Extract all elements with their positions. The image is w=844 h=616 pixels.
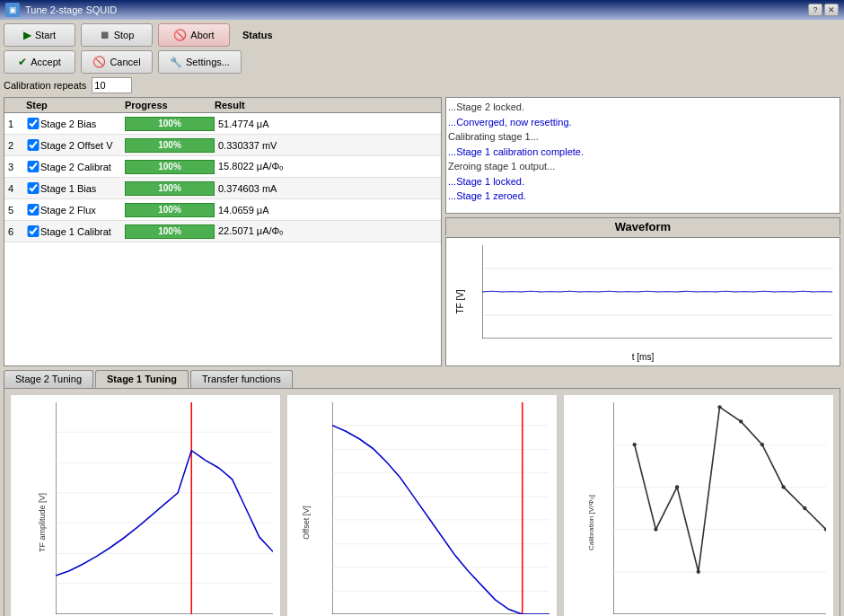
svg-point-78 [654,527,657,531]
svg-point-85 [803,506,806,510]
row-checkbox[interactable] [26,139,40,151]
step-table: Step Progress Result 1 Stage 2 Bias 100%… [4,97,442,366]
chart1-y-label: TF amplitude [V] [38,493,47,552]
col-result-header: Result [215,100,437,110]
row-result: 0.374603 mA [218,183,437,194]
row-num: 4 [8,183,26,194]
waveform-y-label: TF [V] [455,289,465,313]
stop-button[interactable]: ⏹ Stop [81,23,153,47]
main-window: ▶ Start ⏹ Stop 🚫 Abort Status ✔ Accept 🚫… [0,20,844,616]
svg-point-79 [675,485,679,488]
charts-row: TF amplitude [V] Stage 1 bias [mA] [10,394,834,616]
status-item: ...Stage 2 locked. [448,100,838,115]
table-row: 3 Stage 2 Calibrat 100% 15.8022 μA/Φ₀ [4,156,441,178]
progress-bar: 100% [125,160,215,174]
window-title: Tune 2-stage SQUID [25,4,117,15]
row-step: Stage 2 Offset V [40,140,125,151]
calibration-row: Calibration repeats [4,77,840,93]
chart-stage2-flux: Offset [V] Stage 2 flux [μA] [286,394,558,616]
tab-transfer-functions[interactable]: Transfer functions [190,370,293,388]
settings-icon: 🔧 [170,57,182,68]
chart2-svg: 0.2 0 -0.2 -0.4 -0.6 -0.8 -1.0 -1.2 -1.4… [332,402,549,614]
col-progress-header: Progress [125,100,215,110]
row-num: 6 [8,226,26,237]
tab-stage-1-tuning[interactable]: Stage 1 Tuning [95,370,189,388]
progress-text: 100% [158,162,181,172]
chart3-inner: 2.2509 2.2508 2.2507 2.2506 2.2505 2.250… [613,402,826,614]
progress-text: 100% [158,205,181,215]
status-item: ...Stage 1 zeroed. [448,189,838,204]
col-num-header [8,100,26,110]
row-checkbox[interactable] [26,204,40,216]
progress-bar: 100% [125,203,215,217]
row-num: 2 [8,140,26,151]
left-panel: Step Progress Result 1 Stage 2 Bias 100%… [4,97,442,366]
svg-point-80 [697,570,700,574]
check-icon: ✔ [18,56,27,68]
table-row: 4 Stage 1 Bias 100% 0.374603 mA [4,178,441,199]
progress-bar: 100% [125,181,215,196]
row-checkbox[interactable] [26,225,40,237]
chart2-y-label: Offset [V] [302,506,311,539]
progress-text: 100% [158,119,181,128]
table-header: Step Progress Result [4,98,441,113]
toolbar-row2: ✔ Accept 🚫 Cancel 🔧 Settings... [4,50,840,74]
close-button[interactable]: ✕ [824,4,839,16]
status-item: ...Stage 1 calibration complete. [448,145,838,160]
svg-point-77 [633,443,637,446]
calibration-label: Calibration repeats [4,80,86,91]
tab-stage-2-tuning[interactable]: Stage 2 Tuning [4,370,93,388]
svg-point-83 [760,443,764,446]
row-step: Stage 2 Flux [40,205,125,216]
row-num: 5 [8,205,26,216]
play-icon: ▶ [23,29,31,41]
chart-stage1-tuning: TF amplitude [V] Stage 1 bias [mA] [10,394,281,616]
col-step-header: Step [26,100,125,110]
help-button[interactable]: ? [808,4,822,16]
calibration-input[interactable] [92,77,132,93]
accept-button[interactable]: ✔ Accept [4,50,75,74]
app-icon: ▣ [5,3,20,17]
waveform-svg: 4 2 0 -2 -4 0 50 100 150 200 [482,245,832,339]
row-step: Stage 2 Bias [40,119,125,129]
svg-point-84 [781,485,785,488]
row-result: 15.8022 μA/Φ₀ [218,161,437,172]
row-checkbox[interactable] [26,118,40,129]
status-item: ...Converged, now resetting. [448,115,838,130]
status-box[interactable]: ...Stage 2 locked....Converged, now rese… [445,97,840,214]
chart3-svg: 2.2509 2.2508 2.2507 2.2506 2.2505 2.250… [613,402,826,614]
progress-bar: 100% [125,117,215,131]
row-result: 14.0659 μA [218,205,437,216]
row-checkbox[interactable] [26,182,40,194]
status-item: ...Stage 1 locked. [448,174,838,189]
row-checkbox[interactable] [26,161,40,172]
svg-point-82 [739,419,743,423]
waveform-chart: TF [V] t [ms] 4 2 [445,237,840,366]
chart1-svg: 1.1 1.05 1 0.95 0.9 0.85 0.8 0.75 0.1 0.… [56,402,273,614]
chart1-inner: 1.1 1.05 1 0.95 0.9 0.85 0.8 0.75 0.1 0.… [56,402,273,614]
start-button[interactable]: ▶ Start [4,23,75,47]
svg-point-81 [717,405,721,409]
status-item: Calibrating stage 1... [448,129,838,145]
row-num: 1 [8,119,26,129]
tab-content: TF amplitude [V] Stage 1 bias [mA] [4,388,840,616]
cancel-icon: 🚫 [92,56,106,68]
row-step: Stage 1 Bias [40,183,125,194]
tab-bar: Stage 2 TuningStage 1 TuningTransfer fun… [4,370,840,388]
title-bar: ▣ Tune 2-stage SQUID ? ✕ [0,0,844,20]
row-step: Stage 1 Calibrat [40,226,125,237]
settings-button[interactable]: 🔧 Settings... [158,50,242,74]
row-result: 22.5071 μA/Φ₀ [218,225,437,237]
row-result: 0.330337 mV [218,140,437,151]
toolbar-row1: ▶ Start ⏹ Stop 🚫 Abort Status [4,23,840,47]
progress-text: 100% [158,183,181,193]
cancel-button[interactable]: 🚫 Cancel [81,50,153,74]
abort-button[interactable]: 🚫 Abort [158,23,230,47]
waveform-chart-area: 4 2 0 -2 -4 0 50 100 150 200 [482,245,832,339]
table-scroll[interactable]: 1 Stage 2 Bias 100% 51.4774 μA 2 Stage 2… [4,113,441,359]
table-row: 2 Stage 2 Offset V 100% 0.330337 mV [4,135,441,156]
progress-bar: 100% [125,138,215,153]
table-row: 1 Stage 2 Bias 100% 51.4774 μA [4,113,441,135]
waveform-title: Waveform [445,217,840,235]
chart-calibration: Calibration [V/Φ₀] Attempt [563,394,834,616]
